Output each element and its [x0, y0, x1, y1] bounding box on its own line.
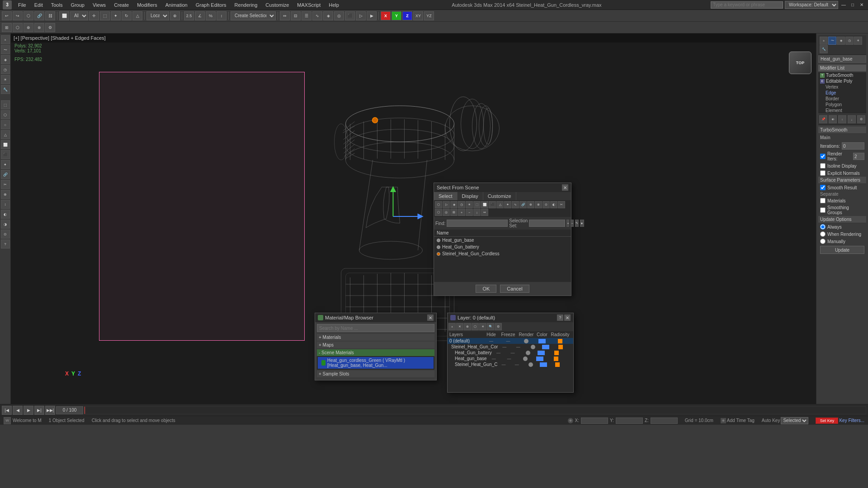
display-tab-icon[interactable]: ☀	[854, 37, 862, 45]
menu-group[interactable]: Group	[67, 1, 88, 9]
menu-edit[interactable]: Edit	[31, 1, 47, 9]
mb-section-header-sample[interactable]: + Sample Slots	[317, 371, 434, 377]
x-axis-button[interactable]: X	[381, 11, 391, 20]
layer-row-3-hide[interactable]: —	[487, 357, 501, 361]
side-tool-4[interactable]: △	[1, 130, 10, 139]
layer-row-4[interactable]: Steinel_Heat_Gun_C — —	[448, 361, 573, 367]
layer-row-3-color[interactable]	[533, 357, 546, 361]
hierarchy-tab-icon[interactable]: ◈	[837, 37, 845, 45]
render-iters-input[interactable]	[853, 153, 864, 160]
layer-row-4-color[interactable]	[538, 362, 548, 367]
sfs-icon-3[interactable]: ◈	[450, 201, 458, 208]
y-coord-input[interactable]	[616, 418, 643, 424]
unlink-button[interactable]: ⛓	[45, 11, 55, 20]
side-tool-13[interactable]: ◑	[1, 220, 10, 229]
spinner-snap[interactable]: ↕	[217, 11, 226, 20]
sfs-icon-24[interactable]: ⇔	[481, 209, 488, 216]
layer-row-2-color[interactable]	[536, 351, 547, 355]
select-filter-dropdown[interactable]: All	[70, 11, 88, 20]
ep-child-edge[interactable]: Edge	[818, 90, 866, 96]
key-filters-label[interactable]: Key Filters...	[839, 418, 864, 423]
material-editor-button[interactable]: ◎	[334, 11, 344, 20]
menu-customize[interactable]: Customize	[262, 1, 292, 9]
isoline-checkbox[interactable]	[820, 163, 826, 169]
layer-row-1-render[interactable]	[525, 345, 540, 349]
sfs-icon-1[interactable]: ⬡	[435, 201, 442, 208]
sfs-icon-4[interactable]: ◷	[458, 201, 465, 208]
ep-child-element[interactable]: Element	[818, 108, 866, 113]
materials-checkbox[interactable]	[820, 198, 826, 203]
yz-plane-button[interactable]: YZ	[424, 11, 434, 20]
layer-mgr-button[interactable]: ☰	[302, 11, 311, 20]
sfs-tab-display[interactable]: Display	[458, 192, 483, 200]
layer-row-3-render[interactable]	[517, 357, 533, 361]
sfs-selset-btn3[interactable]: ✎	[575, 220, 579, 227]
curve-editor-button[interactable]: ∿	[312, 11, 322, 20]
side-tool-10[interactable]: ⊕	[1, 190, 10, 199]
align-button[interactable]: ⊟	[291, 11, 301, 20]
snap3d-button[interactable]: ⊕	[24, 23, 33, 32]
layer-row-2-hide[interactable]: —	[492, 351, 505, 355]
sfs-icon-8[interactable]: ⬛	[489, 201, 496, 208]
sfs-selset-btn4[interactable]: ▼	[580, 220, 584, 227]
play-btn[interactable]: ▶	[24, 406, 33, 415]
active-render-button[interactable]: ▶	[367, 11, 377, 20]
menu-create[interactable]: Create	[110, 1, 132, 9]
select-obj-button[interactable]: ⬡	[24, 11, 33, 20]
configure-modifier-sets-btn[interactable]: ⚙	[857, 115, 865, 123]
xy-plane-button[interactable]: XY	[413, 11, 423, 20]
utilities-tab-icon[interactable]: 🔧	[820, 45, 828, 53]
maximize-button[interactable]: □	[849, 1, 856, 9]
layer-close-btn[interactable]: ✕	[564, 314, 571, 321]
side-tool-2[interactable]: ⬡	[1, 110, 10, 119]
undo-button[interactable]: ↩	[2, 11, 12, 20]
hierarchy-panel-btn[interactable]: ◈	[1, 55, 10, 64]
modifier-turbosmoothicon[interactable]: T TurboSmooth	[818, 72, 866, 78]
sfs-icon-17[interactable]: ✂	[558, 201, 565, 208]
side-tool-12[interactable]: ◐	[1, 210, 10, 219]
move-modifier-down-btn[interactable]: ↓	[848, 115, 856, 123]
sfs-selset-btn1[interactable]: +	[566, 220, 569, 227]
motion-panel-btn[interactable]: ◷	[1, 65, 10, 74]
layer-help-btn[interactable]: ?	[557, 314, 563, 321]
layer-row-1-freeze[interactable]: —	[511, 345, 526, 349]
layer-row-4-freeze[interactable]: —	[510, 362, 524, 367]
prev-frame-btn[interactable]: ◀	[13, 406, 23, 415]
sfs-icon-18[interactable]: ⬡	[435, 209, 442, 216]
select-filter-button[interactable]: ⬜	[59, 11, 69, 20]
sfs-icon-2[interactable]: ▷	[443, 201, 450, 208]
sfs-item-1[interactable]: Heat_Gun_battery	[434, 244, 571, 250]
modify-panel-btn[interactable]: 〜	[1, 45, 10, 54]
y-axis-button[interactable]: Y	[392, 11, 401, 20]
set-key-button[interactable]: Set Key	[816, 418, 838, 424]
modifier-editable-poly[interactable]: E Editable Poly	[818, 78, 866, 84]
selection-set-dropdown[interactable]: Create Selection...	[231, 11, 276, 20]
mb-search-input[interactable]	[317, 324, 434, 332]
pin-stack-btn[interactable]: 📌	[819, 115, 827, 123]
layer-row-4-hide[interactable]: —	[498, 362, 510, 367]
select-scene-titlebar[interactable]: Select From Scene ✕	[434, 183, 571, 192]
layer-find-btn[interactable]: 🔍	[487, 323, 494, 330]
menu-file[interactable]: File	[14, 1, 30, 9]
workspace-dropdown[interactable]: Workspace: Default	[785, 1, 838, 9]
z-axis-button[interactable]: Z	[402, 11, 412, 20]
create-tab-icon[interactable]: +	[820, 37, 828, 45]
menu-modifiers[interactable]: Modifiers	[133, 1, 161, 9]
display-panel-btn[interactable]: ☀	[1, 75, 10, 84]
sfs-icon-16[interactable]: ◐	[550, 201, 557, 208]
snap-options-button[interactable]: ⚙	[45, 23, 55, 32]
sfs-selset-input[interactable]	[529, 220, 565, 227]
select-by-name-button[interactable]: ⊞	[2, 23, 12, 32]
side-tool-6[interactable]: ⬛	[1, 150, 10, 159]
always-radio[interactable]	[820, 224, 826, 230]
side-tool-14[interactable]: ⊙	[1, 230, 10, 239]
side-tool-9[interactable]: ✂	[1, 180, 10, 189]
layer-row-4-radiosity[interactable]	[548, 362, 566, 367]
layer-row-0-hide[interactable]: —	[483, 339, 499, 343]
menu-tools[interactable]: Tools	[47, 1, 66, 9]
mb-scene-item[interactable]: Heat_gun_cordless_Green ( VRayMtl ) [Hea…	[318, 357, 434, 369]
smoothing-groups-checkbox[interactable]	[820, 207, 826, 213]
sfs-icon-13[interactable]: ⊕	[527, 201, 534, 208]
sfs-icon-15[interactable]: ⊙	[542, 201, 550, 208]
menu-maxscript[interactable]: MAXScript	[293, 1, 324, 9]
